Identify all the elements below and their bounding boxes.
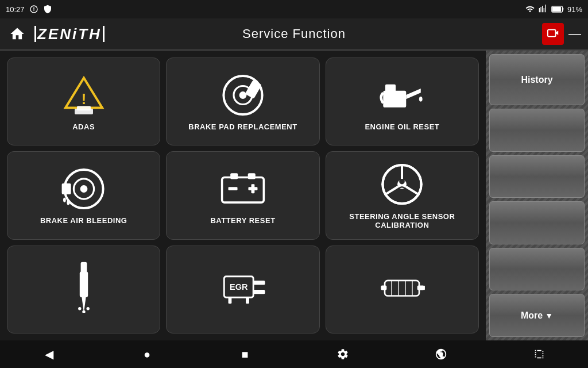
sidebar-btn-3[interactable] [489, 155, 585, 198]
svg-text:!: ! [81, 91, 86, 107]
svg-rect-13 [385, 85, 396, 92]
svg-rect-1 [552, 7, 561, 12]
svg-line-31 [407, 187, 419, 195]
svg-rect-11 [245, 80, 262, 99]
service-grid: ! ADAS [7, 57, 479, 334]
svg-rect-18 [61, 183, 71, 194]
more-button[interactable]: More ▼ [489, 294, 585, 337]
card-engine-oil[interactable]: ENGINE OIL RESET [326, 57, 479, 145]
signal-icon [539, 5, 548, 14]
battery-status-icon [551, 5, 564, 13]
brake-disc-icon [61, 166, 107, 212]
svg-rect-43 [246, 297, 249, 304]
card-dpf[interactable] [326, 246, 479, 334]
sidebar-btn-4[interactable] [489, 201, 585, 244]
dpf-icon [379, 264, 425, 310]
bottom-nav: ◀ ● ■ [0, 340, 588, 368]
svg-rect-2 [562, 7, 563, 10]
svg-point-37 [86, 307, 89, 310]
adas-icon: ! [61, 72, 107, 118]
card-egr[interactable]: EGR [166, 246, 319, 334]
status-bar: 10:27 91% [0, 0, 588, 18]
svg-rect-22 [230, 173, 238, 179]
back-button[interactable]: ◀ [35, 340, 63, 368]
svg-rect-41 [253, 290, 265, 294]
svg-rect-3 [548, 30, 556, 37]
brake-air-label: BRAKE AIR BLEEDING [40, 216, 127, 225]
battery-percent: 91% [567, 5, 582, 14]
svg-point-32 [400, 179, 405, 185]
time-display: 10:27 [6, 5, 25, 14]
svg-rect-21 [222, 177, 264, 202]
svg-rect-50 [417, 285, 424, 290]
svg-line-30 [386, 187, 398, 195]
minimize-button[interactable]: — [568, 26, 581, 41]
main-area: ! ADAS [0, 51, 588, 340]
injector-icon [61, 264, 107, 310]
status-right: 91% [525, 5, 582, 14]
sidebar-btn-2[interactable] [489, 109, 585, 152]
recents-button[interactable]: ■ [231, 340, 259, 368]
egr-icon: EGR [220, 264, 266, 310]
header-logo: ZENiTH [7, 24, 106, 44]
settings-nav-button[interactable] [329, 340, 357, 368]
engine-oil-label: ENGINE OIL RESET [365, 122, 439, 131]
card-brake-air[interactable]: BRAKE AIR BLEEDING [7, 151, 160, 239]
sidebar: History More ▼ [486, 51, 588, 340]
svg-rect-24 [229, 187, 238, 190]
grid-area: ! ADAS [0, 51, 486, 340]
card-battery[interactable]: BATTERY RESET [166, 151, 319, 239]
adas-label: ADAS [72, 122, 95, 131]
history-button[interactable]: History [489, 54, 585, 105]
home-nav-button[interactable]: ● [133, 340, 161, 368]
svg-rect-34 [79, 271, 87, 297]
sidebar-btn-5[interactable] [489, 248, 585, 291]
chrome-button[interactable] [427, 340, 455, 368]
svg-point-19 [63, 198, 66, 202]
card-steering[interactable]: STEERING ANGLE SENSOR CALIBRATION [326, 151, 479, 239]
svg-point-14 [419, 97, 423, 102]
svg-point-36 [82, 310, 85, 313]
shield-status-icon [43, 5, 52, 14]
settings-status-icon [29, 5, 38, 14]
svg-point-20 [67, 200, 69, 205]
oil-can-icon [379, 72, 425, 118]
svg-rect-40 [253, 281, 265, 285]
screenshot-button[interactable] [525, 340, 553, 368]
svg-point-10 [239, 91, 247, 99]
steering-icon [379, 162, 425, 208]
svg-rect-44 [385, 281, 419, 296]
card-adas[interactable]: ! ADAS [7, 57, 160, 145]
svg-rect-7 [77, 106, 91, 110]
svg-rect-12 [384, 91, 407, 108]
header: ZENiTH Service Function — [0, 18, 588, 51]
wifi-icon [525, 5, 535, 14]
svg-text:EGR: EGR [230, 282, 248, 292]
card-brake-pad[interactable]: BRAKE PAD REPLACEMENT [166, 57, 319, 145]
svg-rect-26 [252, 184, 255, 193]
svg-rect-23 [248, 173, 256, 179]
battery-icon [220, 166, 266, 212]
svg-marker-51 [424, 285, 425, 290]
card-injector[interactable] [7, 246, 160, 334]
brake-pad-icon [220, 72, 266, 118]
svg-point-35 [78, 307, 81, 310]
status-left: 10:27 [6, 5, 52, 14]
home-button[interactable] [7, 24, 28, 44]
steering-label: STEERING ANGLE SENSOR CALIBRATION [333, 212, 471, 229]
svg-rect-42 [229, 297, 232, 304]
page-title: Service Function [242, 26, 346, 41]
header-right: — [542, 23, 581, 45]
record-button[interactable] [542, 23, 564, 45]
svg-rect-49 [381, 285, 387, 290]
zenith-logo: ZENiTH [33, 25, 106, 43]
brake-pad-label: BRAKE PAD REPLACEMENT [188, 122, 297, 131]
battery-label: BATTERY RESET [210, 216, 275, 225]
svg-point-17 [80, 185, 87, 193]
svg-rect-33 [80, 262, 87, 273]
